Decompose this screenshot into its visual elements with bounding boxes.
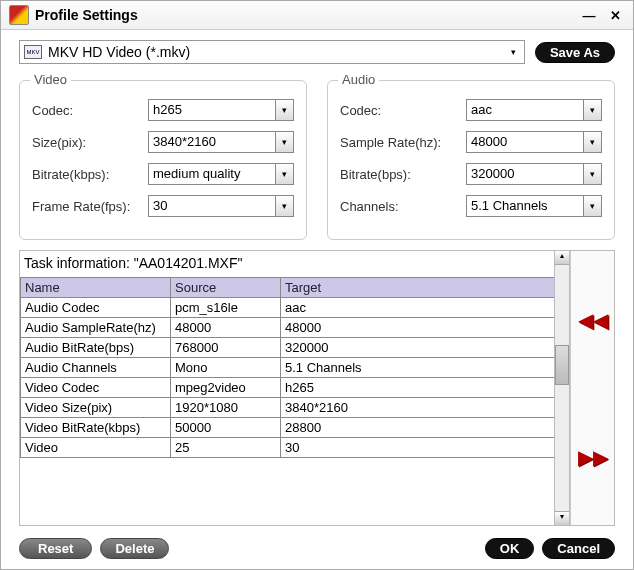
table-row: Audio SampleRate(hz)4800048000	[21, 318, 570, 338]
table-cell: 5.1 Channels	[281, 358, 570, 378]
table-cell: 320000	[281, 338, 570, 358]
table-cell: 25	[171, 438, 281, 458]
app-icon	[9, 5, 29, 25]
task-info-table: Name Source Target Audio Codecpcm_s16lea…	[20, 277, 570, 458]
video-bitrate-value: medium quality	[149, 164, 275, 184]
audio-codec-label: Codec:	[340, 103, 460, 118]
table-cell: 3840*2160	[281, 398, 570, 418]
video-legend: Video	[30, 72, 71, 87]
video-framerate-label: Frame Rate(fps):	[32, 199, 142, 214]
chevron-down-icon: ▾	[583, 132, 601, 152]
table-cell: Video Size(pix)	[21, 398, 171, 418]
table-row: Video Codecmpeg2videoh265	[21, 378, 570, 398]
chevron-down-icon: ▾	[583, 164, 601, 184]
profile-value: MKV HD Video (*.mkv)	[48, 44, 508, 60]
table-cell: h265	[281, 378, 570, 398]
profile-type-icon: MKV	[24, 45, 42, 59]
table-row: Video2530	[21, 438, 570, 458]
video-framerate-value: 30	[149, 196, 275, 216]
ok-button[interactable]: OK	[485, 538, 535, 559]
titlebar: Profile Settings — ✕	[1, 1, 633, 30]
video-codec-label: Codec:	[32, 103, 142, 118]
scroll-down-icon[interactable]: ▾	[555, 511, 569, 525]
audio-legend: Audio	[338, 72, 379, 87]
chevron-down-icon: ▾	[275, 100, 293, 120]
chevron-down-icon: ▾	[583, 196, 601, 216]
profile-select[interactable]: MKV MKV HD Video (*.mkv) ▾	[19, 40, 525, 64]
chevron-down-icon: ▾	[275, 164, 293, 184]
table-cell: Video BitRate(kbps)	[21, 418, 171, 438]
chevron-down-icon: ▾	[508, 47, 520, 57]
audio-channels-select[interactable]: 5.1 Channels ▾	[466, 195, 602, 217]
cancel-button[interactable]: Cancel	[542, 538, 615, 559]
window-title: Profile Settings	[35, 7, 573, 23]
audio-bitrate-value: 320000	[467, 164, 583, 184]
video-codec-select[interactable]: h265 ▾	[148, 99, 294, 121]
chevron-down-icon: ▾	[275, 196, 293, 216]
delete-button[interactable]: Delete	[100, 538, 169, 559]
table-cell: 48000	[171, 318, 281, 338]
table-cell: 768000	[171, 338, 281, 358]
audio-samplerate-label: Sample Rate(hz):	[340, 135, 460, 150]
table-cell: Audio SampleRate(hz)	[21, 318, 171, 338]
scroll-up-icon[interactable]: ▴	[555, 251, 569, 265]
chevron-down-icon: ▾	[583, 100, 601, 120]
prev-task-button[interactable]: ◀◀	[578, 308, 608, 332]
audio-bitrate-select[interactable]: 320000 ▾	[466, 163, 602, 185]
audio-channels-value: 5.1 Channels	[467, 196, 583, 216]
save-as-button[interactable]: Save As	[535, 42, 615, 63]
table-row: Video BitRate(kbps)5000028800	[21, 418, 570, 438]
table-header-name: Name	[21, 278, 171, 298]
table-row: Video Size(pix)1920*10803840*2160	[21, 398, 570, 418]
task-info-area: Task information: "AA014201.MXF" Name So…	[19, 250, 615, 526]
audio-codec-value: aac	[467, 100, 583, 120]
task-scrollbar[interactable]: ▴ ▾	[554, 251, 570, 525]
audio-samplerate-value: 48000	[467, 132, 583, 152]
table-header-target: Target	[281, 278, 570, 298]
table-cell: 1920*1080	[171, 398, 281, 418]
audio-codec-select[interactable]: aac ▾	[466, 99, 602, 121]
table-cell: 30	[281, 438, 570, 458]
next-task-button[interactable]: ▶▶	[578, 445, 608, 469]
table-row: Audio Codecpcm_s16leaac	[21, 298, 570, 318]
audio-bitrate-label: Bitrate(bps):	[340, 167, 460, 182]
chevron-down-icon: ▾	[275, 132, 293, 152]
table-cell: Video Codec	[21, 378, 171, 398]
video-bitrate-label: Bitrate(kbps):	[32, 167, 142, 182]
table-cell: 50000	[171, 418, 281, 438]
table-cell: aac	[281, 298, 570, 318]
table-row: Audio BitRate(bps)768000320000	[21, 338, 570, 358]
video-size-value: 3840*2160	[149, 132, 275, 152]
table-cell: Audio BitRate(bps)	[21, 338, 171, 358]
table-cell: Audio Codec	[21, 298, 171, 318]
video-size-label: Size(pix):	[32, 135, 142, 150]
reset-button[interactable]: Reset	[19, 538, 92, 559]
video-framerate-select[interactable]: 30 ▾	[148, 195, 294, 217]
video-codec-value: h265	[149, 100, 275, 120]
scroll-thumb[interactable]	[555, 345, 569, 385]
table-cell: Audio Channels	[21, 358, 171, 378]
video-panel: Video Codec: h265 ▾ Size(pix): 3840*2160…	[19, 80, 307, 240]
table-header-source: Source	[171, 278, 281, 298]
table-cell: Mono	[171, 358, 281, 378]
table-cell: Video	[21, 438, 171, 458]
table-cell: 28800	[281, 418, 570, 438]
task-info-header: Task information: "AA014201.MXF"	[20, 251, 570, 277]
audio-panel: Audio Codec: aac ▾ Sample Rate(hz): 4800…	[327, 80, 615, 240]
close-button[interactable]: ✕	[605, 5, 625, 25]
audio-samplerate-select[interactable]: 48000 ▾	[466, 131, 602, 153]
video-size-select[interactable]: 3840*2160 ▾	[148, 131, 294, 153]
audio-channels-label: Channels:	[340, 199, 460, 214]
table-cell: pcm_s16le	[171, 298, 281, 318]
table-cell: mpeg2video	[171, 378, 281, 398]
minimize-button[interactable]: —	[579, 5, 599, 25]
video-bitrate-select[interactable]: medium quality ▾	[148, 163, 294, 185]
table-cell: 48000	[281, 318, 570, 338]
table-row: Audio ChannelsMono5.1 Channels	[21, 358, 570, 378]
